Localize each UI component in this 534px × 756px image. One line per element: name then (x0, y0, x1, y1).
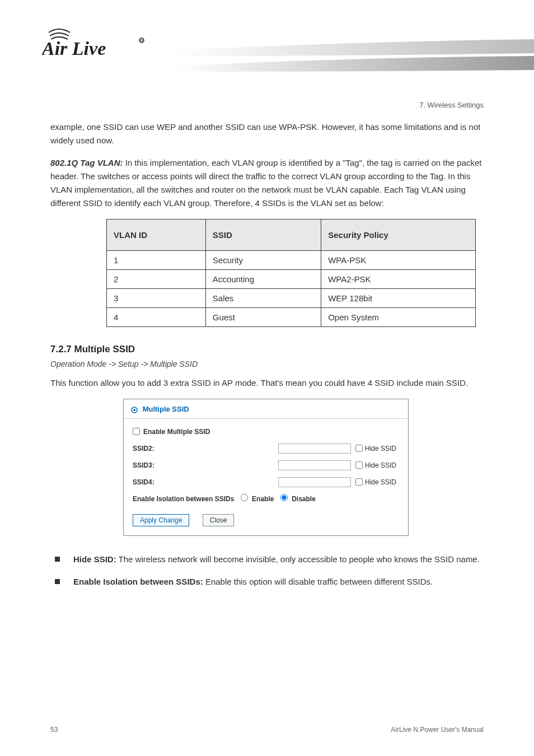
apply-change-button[interactable]: Apply Change (133, 514, 189, 526)
th-vlanid: VLAN ID (107, 220, 206, 251)
bullet-isolation: Enable Isolation between SSIDs: Enable t… (50, 575, 484, 589)
airlive-logo: Air Live R (42, 22, 151, 64)
section-heading: 7.2.7 Multiple SSID (50, 344, 484, 355)
svg-text:Air Live: Air Live (42, 38, 106, 59)
table-row: 3 Sales WEP 128bit (107, 289, 476, 308)
th-security: Security Policy (321, 220, 476, 251)
ssid3-row: SSID3: Hide SSID (133, 460, 399, 470)
ssid2-label: SSID2: (133, 445, 278, 452)
para2-prefix: 802.1Q Tag VLAN: (50, 158, 123, 167)
ssid4-hide-label: Hide SSID (365, 478, 396, 486)
ssid3-input[interactable] (278, 460, 351, 470)
isolation-enable-radio[interactable] (241, 494, 248, 501)
enable-multiple-ssid[interactable]: Enable Multiple SSID (133, 428, 399, 436)
header-decoration (174, 39, 534, 84)
paragraph-2: 802.1Q Tag VLAN: In this implementation,… (50, 156, 484, 210)
isolation-row: Enable Isolation between SSIDs Enable Di… (133, 494, 399, 503)
paragraph-3: This function allow you to add 3 extra S… (50, 376, 484, 390)
ssid2-hide-checkbox[interactable] (355, 445, 363, 452)
ssid4-hide-checkbox[interactable] (355, 478, 363, 486)
table-row: 1 Security WPA-PSK (107, 251, 476, 270)
page-number: 53 (50, 726, 58, 734)
close-button[interactable]: Close (203, 514, 235, 526)
paragraph-1: example, one SSID can use WEP and anothe… (50, 120, 484, 147)
page-footer: 53 AirLive N.Power User's Manual (50, 726, 484, 734)
ssid3-hide-checkbox[interactable] (355, 461, 363, 469)
ssid3-label: SSID3: (133, 461, 278, 469)
page-header: 7. Wireless Settings (50, 101, 484, 109)
panel-title: Multiple SSID (124, 399, 408, 419)
footer-text: AirLive N.Power User's Manual (391, 726, 484, 734)
ssid4-input[interactable] (278, 477, 351, 487)
ssid4-label: SSID4: (133, 478, 278, 486)
ssid2-row: SSID2: Hide SSID (133, 444, 399, 454)
bullet-hide-ssid: Hide SSID: The wireless network will bec… (50, 553, 484, 566)
subheading-path: Operation Mode -> Setup -> Multiple SSID (50, 360, 484, 368)
table-row: 4 Guest Open System (107, 308, 476, 327)
bullet-icon (55, 579, 60, 584)
ssid4-row: SSID4: Hide SSID (133, 477, 399, 487)
gear-icon (130, 406, 138, 414)
isolation-disable-radio[interactable] (280, 494, 288, 501)
svg-text:R: R (140, 38, 144, 44)
ssid2-hide-label: Hide SSID (365, 445, 396, 452)
svg-point-4 (133, 409, 135, 411)
bullet-icon (55, 557, 60, 562)
enable-multiple-ssid-checkbox[interactable] (133, 428, 140, 435)
table-row: 2 Accounting WPA2-PSK (107, 270, 476, 289)
ssid2-input[interactable] (278, 444, 351, 454)
vlan-table: VLAN ID SSID Security Policy 1 Security … (106, 219, 476, 327)
multiple-ssid-panel: Multiple SSID Enable Multiple SSID SSID2… (123, 399, 409, 536)
ssid3-hide-label: Hide SSID (365, 461, 396, 469)
th-ssid: SSID (205, 220, 321, 251)
